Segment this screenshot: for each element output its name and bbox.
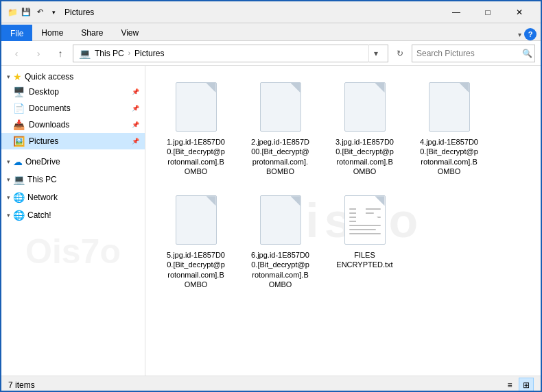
pin-icon-documents: 📌 <box>132 105 139 112</box>
file-item-5[interactable]: 5.jpg.id-1E857D00.[Bit_decrypt@protonmai… <box>156 187 235 295</box>
search-input[interactable] <box>416 49 519 58</box>
sidebar-item-documents[interactable]: 📄 Documents 📌 <box>1 100 145 117</box>
file-icon-3 <box>341 79 389 134</box>
address-bar[interactable]: 💻 This PC › Pictures ▾ <box>73 45 388 62</box>
generic-file-icon-4 <box>429 82 470 132</box>
main-layout: Ois7o ▾ ★ Quick access 🖥️ Desktop 📌 📄 Do… <box>1 66 541 376</box>
file-icon-6 <box>257 193 305 247</box>
quick-access-star: ★ <box>13 71 22 82</box>
view-controls: ≡ ⊞ <box>502 378 534 393</box>
generic-file-icon-6 <box>260 195 301 245</box>
title-bar: 📁 💾 ↶ ▾ Pictures — □ ✕ <box>1 1 541 23</box>
file-icon-4 <box>425 79 473 134</box>
pin-icon-desktop: 📌 <box>132 88 139 95</box>
text-line-3 <box>349 217 381 218</box>
sidebar-item-pictures[interactable]: 🖼️ Pictures 📌 <box>1 133 145 149</box>
breadcrumb-thispc[interactable]: This PC <box>95 49 124 58</box>
file-item-7[interactable]: FILESENCRYPTED.txt <box>325 187 404 295</box>
onedrive-label: OneDrive <box>25 157 60 167</box>
text-line-7 <box>349 233 381 234</box>
file-name-1: 1.jpg.id-1E857D00.[Bit_decrypt@protonmai… <box>167 137 225 176</box>
tab-file[interactable]: File <box>1 25 32 41</box>
file-name-5: 5.jpg.id-1E857D00.[Bit_decrypt@protonmai… <box>167 250 225 289</box>
quick-access-header[interactable]: ▾ ★ Quick access <box>1 69 145 84</box>
documents-icon: 📄 <box>12 102 25 114</box>
text-line-6 <box>349 229 376 230</box>
refresh-button[interactable]: ↻ <box>391 45 409 62</box>
tab-view[interactable]: View <box>112 24 148 40</box>
file-item-4[interactable]: 4.jpg.id-1E857D00.[Bit_decrypt@protonmai… <box>410 74 488 182</box>
help-button[interactable]: ? <box>524 28 537 40</box>
dropdown-arrow[interactable]: ▾ <box>48 7 59 18</box>
search-icon[interactable]: 🔍 <box>522 49 532 58</box>
text-line-1 <box>349 208 381 210</box>
generic-file-icon-5 <box>176 195 217 245</box>
thispc-chevron: ▾ <box>7 176 10 183</box>
thispc-header[interactable]: ▾ 💻 This PC <box>1 171 145 186</box>
file-name-6: 6.jpg.id-1E857D00.[Bit_decrypt@protonmai… <box>251 250 309 289</box>
status-bar: 7 items ≡ ⊞ <box>1 376 541 392</box>
sidebar: Ois7o ▾ ★ Quick access 🖥️ Desktop 📌 📄 Do… <box>1 66 145 376</box>
file-item-2[interactable]: 2.jpeg.id-1E857D00.[Bit_decrypt@protonma… <box>241 74 320 182</box>
sidebar-downloads-label: Downloads <box>29 120 128 130</box>
text-lines <box>349 208 381 234</box>
quick-save-icon[interactable]: 💾 <box>21 7 32 18</box>
file-area: Ois7o 1.jpg.id-1E857D00.[Bit_decrypt@pro… <box>145 66 541 376</box>
breadcrumb-pictures[interactable]: Pictures <box>134 49 164 58</box>
sidebar-documents-label: Documents <box>29 103 128 113</box>
catch-label: Catch! <box>27 210 51 220</box>
pin-icon-pictures: 📌 <box>132 138 139 145</box>
downloads-icon: 📥 <box>12 119 25 131</box>
sidebar-desktop-label: Desktop <box>29 87 128 97</box>
close-button[interactable]: ✕ <box>504 1 535 23</box>
quick-access-chevron: ▾ <box>7 73 10 80</box>
large-icons-view-btn[interactable]: ⊞ <box>519 378 534 393</box>
quick-access-label: Quick access <box>25 72 73 82</box>
watermark: Ois7o <box>25 232 121 271</box>
file-icon-7 <box>341 193 389 247</box>
file-grid: 1.jpg.id-1E857D00.[Bit_decrypt@protonmai… <box>156 74 530 295</box>
generic-file-icon-2 <box>260 82 301 132</box>
text-line-4 <box>349 221 371 222</box>
nav-bar: ‹ › ↑ 💻 This PC › Pictures ▾ ↻ 🔍 <box>1 41 541 66</box>
ribbon-tabs: File Home Share View ▾ ? <box>1 23 541 41</box>
file-name-3: 3.jpg.id-1E857D00.[Bit_decrypt@protonmai… <box>335 137 394 176</box>
minimize-button[interactable]: — <box>440 1 472 23</box>
undo-icon[interactable]: ↶ <box>34 7 45 18</box>
title-controls: — □ ✕ <box>440 1 535 23</box>
maximize-button[interactable]: □ <box>472 1 504 23</box>
file-item-3[interactable]: 3.jpg.id-1E857D00.[Bit_decrypt@protonmai… <box>325 74 404 182</box>
file-item-1[interactable]: 1.jpg.id-1E857D00.[Bit_decrypt@protonmai… <box>156 74 235 182</box>
sidebar-item-downloads[interactable]: 📥 Downloads 📌 <box>1 117 145 133</box>
sidebar-item-desktop[interactable]: 🖥️ Desktop 📌 <box>1 84 145 100</box>
catch-header[interactable]: ▾ 🌐 Catch! <box>1 207 145 222</box>
network-header[interactable]: ▾ 🌐 Network <box>1 189 145 204</box>
tab-share[interactable]: Share <box>72 24 112 40</box>
desktop-icon: 🖥️ <box>12 86 25 98</box>
up-button[interactable]: ↑ <box>51 44 70 63</box>
list-view-btn[interactable]: ≡ <box>502 378 517 393</box>
breadcrumb-folder-icon: 💻 <box>79 48 91 59</box>
sidebar-pictures-label: Pictures <box>29 136 128 146</box>
generic-file-icon-3 <box>344 82 386 132</box>
window-title: Pictures <box>64 8 440 17</box>
search-box[interactable]: 🔍 <box>412 45 535 62</box>
file-name-2: 2.jpeg.id-1E857D00.[Bit_decrypt@protonma… <box>251 137 309 176</box>
text-line-5 <box>349 225 381 226</box>
pin-icon-downloads: 📌 <box>132 121 139 128</box>
ribbon-collapse-btn[interactable]: ▾ <box>518 31 521 38</box>
catch-chevron: ▾ <box>7 212 10 219</box>
file-item-6[interactable]: 6.jpg.id-1E857D00.[Bit_decrypt@protonmai… <box>241 187 320 295</box>
file-name-4: 4.jpg.id-1E857D00.[Bit_decrypt@protonmai… <box>420 137 478 176</box>
tab-home[interactable]: Home <box>32 24 72 40</box>
file-icon-2 <box>257 79 305 134</box>
onedrive-header[interactable]: ▾ ☁ OneDrive <box>1 154 145 169</box>
file-name-7: FILESENCRYPTED.txt <box>336 250 392 270</box>
text-file-icon <box>344 195 386 245</box>
back-button[interactable]: ‹ <box>7 44 26 63</box>
thispc-label: This PC <box>27 175 57 184</box>
address-dropdown-btn[interactable]: ▾ <box>368 45 382 62</box>
forward-button[interactable]: › <box>29 44 48 63</box>
network-icon: 🌐 <box>13 192 25 203</box>
breadcrumb-sep: › <box>128 49 130 57</box>
